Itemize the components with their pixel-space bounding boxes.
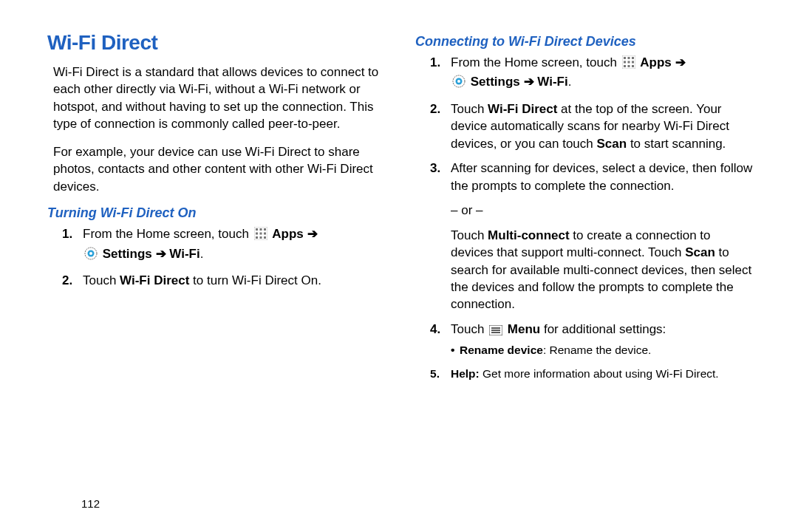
subheading-connecting: Connecting to Wi-Fi Direct Devices xyxy=(415,34,754,50)
svg-rect-14 xyxy=(624,57,626,59)
menu-hamburger-icon xyxy=(489,323,502,340)
help-label: Help: xyxy=(451,367,480,380)
step-text: to start scanning. xyxy=(627,137,726,151)
svg-rect-20 xyxy=(624,65,626,67)
apps-grid-icon xyxy=(254,227,267,245)
apps-label: Apps xyxy=(640,55,672,69)
svg-rect-7 xyxy=(256,236,258,239)
step-text: to turn Wi-Fi Direct On. xyxy=(189,273,321,287)
svg-rect-1 xyxy=(256,228,258,231)
page-title: Wi-Fi Direct xyxy=(47,31,386,55)
step-text: Touch xyxy=(451,322,488,336)
settings-gear-icon xyxy=(452,75,466,92)
apps-grid-icon xyxy=(622,55,635,73)
two-column-layout: Wi-Fi Direct Wi-Fi Direct is a standard … xyxy=(47,31,754,389)
step-1: From the Home screen, touch Apps ➔ xyxy=(47,225,386,265)
svg-rect-9 xyxy=(264,236,266,239)
svg-rect-5 xyxy=(259,233,262,235)
step-5: Help: Get more information about using W… xyxy=(415,366,754,381)
multi-connect-paragraph: Touch Multi-connect to create a connecti… xyxy=(451,227,754,313)
steps-connecting-continued: Touch Menu for additional settings: Rena… xyxy=(415,321,754,382)
svg-rect-16 xyxy=(632,57,634,59)
settings-gear-icon xyxy=(84,247,98,265)
bullet-rename-device: Rename device: Rename the device. xyxy=(451,343,754,358)
svg-rect-2 xyxy=(259,228,262,231)
wifi-direct-label: Wi-Fi Direct xyxy=(120,273,189,287)
step-text: After scanning for devices, select a dev… xyxy=(451,161,752,192)
bullet-label: Rename device xyxy=(460,344,543,356)
arrow-icon: ➔ xyxy=(307,227,318,241)
svg-rect-21 xyxy=(627,65,630,67)
step-text: for additional settings: xyxy=(540,322,666,336)
intro-block: Wi-Fi Direct is a standard that allows d… xyxy=(47,64,386,195)
step-text: From the Home screen, touch xyxy=(83,227,253,241)
wifi-label: Wi-Fi xyxy=(169,247,200,261)
arrow-icon: ➔ xyxy=(156,247,170,261)
svg-rect-19 xyxy=(632,61,634,64)
arrow-icon: ➔ xyxy=(524,75,538,89)
left-column: Wi-Fi Direct Wi-Fi Direct is a standard … xyxy=(47,31,386,389)
right-column: Connecting to Wi-Fi Direct Devices From … xyxy=(415,31,754,389)
apps-label: Apps xyxy=(272,227,304,241)
help-text: Get more information about using Wi-Fi D… xyxy=(480,367,719,380)
menu-label: Menu xyxy=(508,322,540,336)
bullet-text: : Rename the device. xyxy=(543,344,651,356)
subheading-turning-on: Turning Wi-Fi Direct On xyxy=(47,205,386,221)
step-3: After scanning for devices, select a dev… xyxy=(415,160,754,194)
step-2: Touch Wi-Fi Direct to turn Wi-Fi Direct … xyxy=(47,272,386,289)
step-4: Touch Menu for additional settings: Rena… xyxy=(415,321,754,358)
svg-point-12 xyxy=(89,252,92,255)
steps-connecting: From the Home screen, touch Apps ➔ xyxy=(415,54,754,194)
intro-paragraph-1: Wi-Fi Direct is a standard that allows d… xyxy=(53,64,386,133)
page-number: 112 xyxy=(81,497,100,510)
svg-rect-3 xyxy=(264,228,266,231)
submenu-bullets: Rename device: Rename the device. xyxy=(451,343,754,358)
or-separator: – or – xyxy=(451,202,754,219)
step-text: Touch xyxy=(83,273,120,287)
scan-label: Scan xyxy=(685,245,715,259)
settings-label: Settings xyxy=(103,247,152,261)
text: Touch xyxy=(451,228,488,242)
svg-rect-17 xyxy=(624,61,626,64)
svg-rect-15 xyxy=(627,57,630,59)
step-1: From the Home screen, touch Apps ➔ xyxy=(415,54,754,93)
manual-page: Wi-Fi Direct Wi-Fi Direct is a standard … xyxy=(0,0,798,389)
multi-connect-label: Multi-connect xyxy=(488,228,570,242)
settings-label: Settings xyxy=(471,75,520,89)
svg-rect-4 xyxy=(256,233,258,235)
scan-label: Scan xyxy=(597,137,627,151)
steps-turning-on: From the Home screen, touch Apps ➔ xyxy=(47,225,386,289)
intro-paragraph-2: For example, your device can use Wi-Fi D… xyxy=(53,143,386,195)
step-text: From the Home screen, touch xyxy=(451,55,621,69)
wifi-label: Wi-Fi xyxy=(537,75,567,89)
period: . xyxy=(200,247,204,261)
arrow-icon: ➔ xyxy=(675,55,686,69)
svg-rect-18 xyxy=(627,61,630,64)
period: . xyxy=(568,75,572,89)
wifi-direct-label: Wi-Fi Direct xyxy=(488,102,557,116)
svg-rect-22 xyxy=(632,65,634,67)
svg-point-25 xyxy=(457,80,460,83)
step-2: Touch Wi-Fi Direct at the top of the scr… xyxy=(415,100,754,152)
svg-rect-8 xyxy=(259,236,262,239)
svg-rect-6 xyxy=(264,233,266,235)
step-text: Touch xyxy=(451,102,488,116)
